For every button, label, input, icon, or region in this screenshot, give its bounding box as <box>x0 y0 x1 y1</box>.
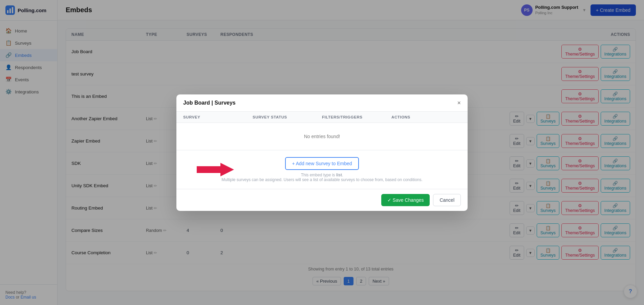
modal: Job Board | Surveys × SURVEY SURVEY STAT… <box>176 94 468 211</box>
embed-type-note-main: This embed type is list. <box>301 173 343 177</box>
modal-empty-state: No entries found! <box>176 123 468 150</box>
modal-close-button[interactable]: × <box>457 100 461 106</box>
modal-footer: ✓ Save Changes Cancel <box>176 189 468 211</box>
modal-col-status: SURVEY STATUS <box>253 115 322 119</box>
svg-marker-4 <box>197 163 234 176</box>
modal-column-headers: SURVEY SURVEY STATUS FILTERS/TRIGGERS AC… <box>176 112 468 123</box>
save-changes-button[interactable]: ✓ Save Changes <box>381 194 430 206</box>
modal-add-section: + Add new Survey to Embed This embed typ… <box>176 150 468 189</box>
modal-title: Job Board | Surveys <box>183 100 236 106</box>
arrow-indicator <box>197 161 234 178</box>
modal-header: Job Board | Surveys × <box>176 94 468 112</box>
embed-type-note-sub: Multiple surveys can be assigned. Users … <box>221 177 423 182</box>
empty-state-text: No entries found! <box>304 134 340 139</box>
modal-overlay: Job Board | Surveys × SURVEY SURVEY STAT… <box>0 0 644 305</box>
cancel-button[interactable]: Cancel <box>433 194 461 206</box>
add-survey-button[interactable]: + Add new Survey to Embed <box>285 157 359 170</box>
modal-col-actions: ACTIONS <box>391 115 461 119</box>
modal-col-filters: FILTERS/TRIGGERS <box>322 115 391 119</box>
modal-col-survey: SURVEY <box>183 115 253 119</box>
